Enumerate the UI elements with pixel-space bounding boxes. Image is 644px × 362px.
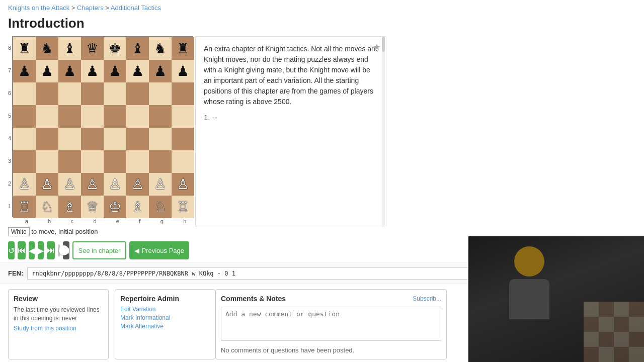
board-square[interactable]: ♟ [149, 60, 172, 82]
board-square[interactable] [36, 82, 58, 105]
board-square[interactable] [172, 82, 194, 105]
chess-piece: ♔ [109, 200, 121, 214]
board-square[interactable]: ♟ [13, 60, 36, 82]
board-square[interactable]: ♝ [58, 37, 81, 60]
mark-alternative-link[interactable]: Mark Alternative [120, 323, 210, 330]
board-square[interactable]: ♖ [172, 196, 194, 218]
board-square[interactable]: ♞ [36, 37, 58, 60]
refresh-button[interactable]: ↺ [8, 241, 15, 259]
board-square[interactable] [36, 128, 58, 150]
board-square[interactable] [81, 105, 104, 128]
chess-piece: ♗ [63, 200, 76, 214]
board-square[interactable]: ♜ [172, 37, 194, 60]
board-square[interactable] [126, 82, 149, 105]
board-square[interactable]: ♟ [81, 60, 104, 82]
board-square[interactable] [81, 82, 104, 105]
board-square[interactable] [104, 150, 126, 173]
comment-input[interactable] [221, 307, 441, 341]
board-square[interactable] [149, 105, 172, 128]
board-square[interactable]: ♟ [36, 60, 58, 82]
board-square[interactable] [149, 150, 172, 173]
board-square[interactable]: ♙ [126, 173, 149, 196]
bookmark-icon[interactable]: ★ [373, 41, 381, 54]
board-square[interactable]: ♙ [13, 173, 36, 196]
webcam-overlay [468, 236, 644, 362]
board-square[interactable] [126, 150, 149, 173]
subscribe-button[interactable]: Subscrib... [413, 295, 441, 303]
next-move-button[interactable]: ▶ [38, 241, 44, 259]
scrollbar-thumb[interactable] [382, 37, 385, 52]
chapter-info-panel: ★ An extra chapter of Knight tactics. No… [195, 36, 386, 227]
board-square[interactable]: ♗ [126, 196, 149, 218]
board-square[interactable] [172, 128, 194, 150]
board-square[interactable]: ♕ [81, 196, 104, 218]
skip-end-button[interactable]: ⏭ [47, 241, 55, 259]
board-square[interactable] [58, 105, 81, 128]
board-square[interactable] [58, 128, 81, 150]
board-square[interactable]: ♙ [81, 173, 104, 196]
board-square[interactable] [81, 128, 104, 150]
breadcrumb-link-1[interactable]: Knights on the Attack [8, 4, 69, 12]
board-square[interactable]: ♗ [58, 196, 81, 218]
board-square[interactable] [58, 82, 81, 105]
board-square[interactable]: ♟ [104, 60, 126, 82]
board-square[interactable]: ♙ [104, 173, 126, 196]
board-square[interactable]: ♝ [126, 37, 149, 60]
study-link[interactable]: Study from this position [14, 325, 76, 332]
board-square[interactable]: ♙ [172, 173, 194, 196]
board-square[interactable] [104, 82, 126, 105]
board-square[interactable] [58, 150, 81, 173]
board-square[interactable]: ♖ [13, 196, 36, 218]
review-title: Review [14, 295, 103, 303]
prev-move-button[interactable]: ◀ [29, 241, 35, 259]
board-square[interactable]: ♘ [149, 196, 172, 218]
see-in-chapter-button[interactable]: See in chapter [72, 241, 127, 259]
breadcrumb-link-2[interactable]: Chapters [77, 4, 104, 12]
rank-labels: 8 7 6 5 4 3 2 1 [8, 36, 12, 217]
chess-piece: ♖ [177, 200, 189, 214]
mark-informational-link[interactable]: Mark Informational [120, 314, 210, 321]
board-square[interactable] [172, 105, 194, 128]
board-square[interactable]: ♜ [13, 37, 36, 60]
chess-piece: ♝ [131, 42, 144, 56]
edit-variation-link[interactable]: Edit Variation [120, 306, 210, 313]
previous-page-button[interactable]: ◀ Previous Page [129, 241, 189, 259]
board-square[interactable]: ♛ [81, 37, 104, 60]
board-square[interactable]: ♙ [58, 173, 81, 196]
chess-piece: ♗ [131, 200, 144, 214]
board-square[interactable]: ♙ [36, 173, 58, 196]
board-square[interactable] [13, 82, 36, 105]
chess-piece: ♙ [63, 177, 76, 192]
board-square[interactable] [13, 105, 36, 128]
board-square[interactable] [126, 105, 149, 128]
board-square[interactable]: ♔ [104, 196, 126, 218]
board-square[interactable]: ♟ [126, 60, 149, 82]
board-square[interactable] [104, 105, 126, 128]
board-square[interactable]: ♙ [149, 173, 172, 196]
board-square[interactable] [13, 150, 36, 173]
board-square[interactable] [104, 128, 126, 150]
board-square[interactable]: ♟ [58, 60, 81, 82]
chess-board[interactable]: ♜♞♝♛♚♝♞♜♟♟♟♟♟♟♟♟♙♙♙♙♙♙♙♙♖♘♗♕♔♗♘♖ [12, 36, 193, 217]
skip-start-button[interactable]: ⏮ [18, 241, 26, 259]
chess-piece: ♙ [109, 177, 121, 192]
board-square[interactable] [36, 150, 58, 173]
board-square[interactable] [149, 128, 172, 150]
board-square[interactable] [149, 82, 172, 105]
breadcrumb-link-3[interactable]: Additional Tactics [111, 4, 161, 12]
toggle-button[interactable] [58, 244, 60, 256]
comments-panel: Comments & Notes Subscrib... No comments… [215, 289, 447, 359]
scrollbar-track[interactable] [382, 37, 385, 227]
board-square[interactable]: ♟ [172, 60, 194, 82]
board-square[interactable] [36, 105, 58, 128]
board-square[interactable] [126, 128, 149, 150]
chess-piece: ♟ [41, 64, 53, 78]
comments-title: Comments & Notes Subscrib... [221, 295, 441, 303]
board-square[interactable]: ♘ [36, 196, 58, 218]
board-square[interactable] [13, 128, 36, 150]
board-square[interactable]: ♞ [149, 37, 172, 60]
board-square[interactable]: ♚ [104, 37, 126, 60]
admin-panel: Repertoire Admin Edit Variation Mark Inf… [115, 289, 215, 359]
board-square[interactable] [81, 150, 104, 173]
board-square[interactable] [172, 150, 194, 173]
